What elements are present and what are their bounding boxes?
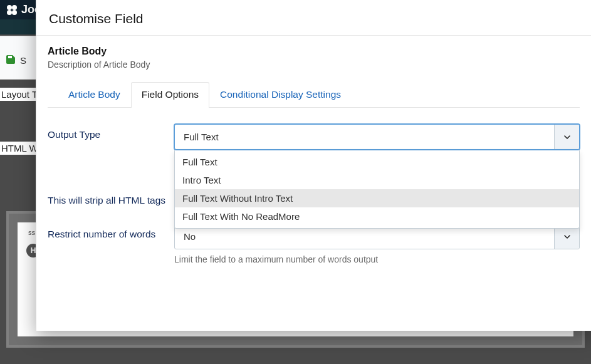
label-output-type: Output Type — [48, 124, 174, 140]
tab-conditional-display[interactable]: Conditional Display Settings — [209, 82, 352, 108]
save-icon — [6, 55, 15, 66]
field-description: Description of Article Body — [48, 60, 580, 70]
chevron-down-icon — [554, 125, 579, 149]
select-restrict-words-value: No — [175, 231, 204, 242]
option-full-text-without-intro[interactable]: Full Text Without Intro Text — [175, 189, 579, 207]
svg-rect-4 — [8, 56, 12, 58]
joomla-icon — [6, 4, 18, 16]
select-output-type-value: Full Text — [175, 132, 228, 142]
row-output-type: Output Type Full Text Full Text Intro Te… — [48, 124, 580, 150]
field-name: Article Body — [48, 46, 580, 57]
select-output-type[interactable]: Full Text — [174, 124, 580, 150]
option-full-text[interactable]: Full Text — [175, 153, 579, 171]
modal-title: Customise Field — [36, 0, 591, 36]
option-full-text-no-readmore[interactable]: Full Text With No ReadMore — [175, 207, 579, 226]
row-restrict-words: Restrict number of words No Limit the fi… — [48, 224, 580, 264]
help-restrict-words: Limit the field to a maximum number of w… — [174, 254, 580, 264]
toolbar: S — [0, 36, 38, 80]
tab-bar: Article Body Field Options Conditional D… — [48, 82, 580, 108]
save-label-fragment: S — [20, 55, 26, 66]
customise-field-modal: Customise Field Article Body Description… — [36, 0, 591, 331]
bg-side-layout: Layout T — [0, 88, 38, 101]
bg-side-html: HTML W — [0, 142, 38, 155]
bg-ss-label: ss — [28, 229, 35, 236]
tab-article-body[interactable]: Article Body — [58, 82, 131, 108]
modal-body: Article Body Description of Article Body… — [36, 36, 591, 331]
label-restrict-words: Restrict number of words — [48, 224, 174, 240]
svg-point-3 — [12, 10, 17, 15]
svg-point-2 — [7, 10, 12, 15]
bg-side-labels: Layout T HTML W — [0, 88, 38, 195]
tab-field-options[interactable]: Field Options — [131, 82, 209, 108]
svg-point-1 — [12, 5, 17, 10]
option-intro-text[interactable]: Intro Text — [175, 171, 579, 189]
svg-point-0 — [7, 5, 12, 10]
dropdown-output-type: Full Text Intro Text Full Text Without I… — [174, 150, 580, 229]
